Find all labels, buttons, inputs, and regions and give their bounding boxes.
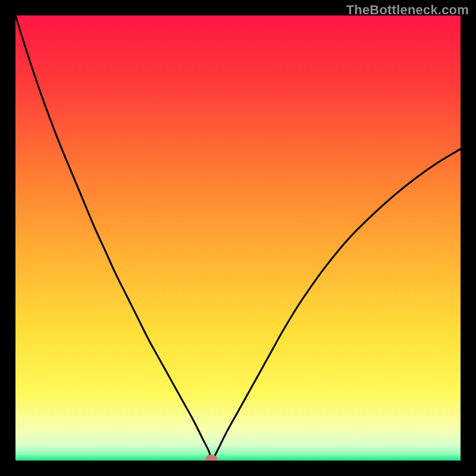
chart-frame: TheBottleneck.com (0, 0, 476, 476)
gradient-background (15, 15, 461, 461)
bottleneck-chart (15, 15, 461, 461)
watermark-label: TheBottleneck.com (346, 2, 469, 18)
plot-area (15, 15, 461, 461)
